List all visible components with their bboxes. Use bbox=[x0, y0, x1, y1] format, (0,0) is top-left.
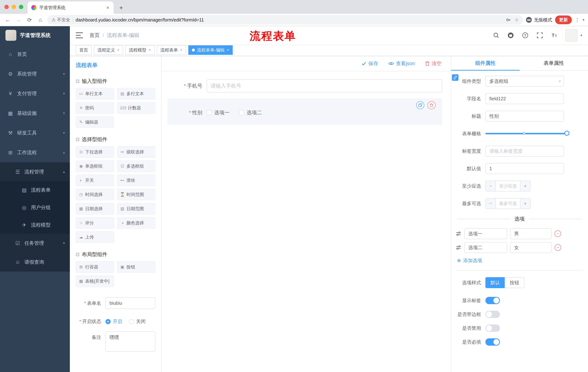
chip-slider[interactable]: ⊷滑块 bbox=[117, 175, 155, 186]
chip-counter[interactable]: 123计数器 bbox=[117, 102, 155, 114]
disabled-toggle[interactable] bbox=[485, 325, 500, 332]
link-icon[interactable] bbox=[452, 74, 459, 81]
tab-form-props[interactable]: 表单属性 bbox=[520, 56, 588, 70]
tag-process-form-edit[interactable]: 流程表单-编辑 × bbox=[188, 45, 233, 55]
chevron-down-icon[interactable]: ▾ bbox=[583, 18, 584, 22]
plus-button[interactable]: + bbox=[520, 198, 530, 209]
close-icon[interactable]: × bbox=[149, 48, 151, 53]
style-default-button[interactable]: 默认 bbox=[485, 277, 505, 288]
tag-home[interactable]: 首页 bbox=[76, 45, 92, 55]
slider-track[interactable] bbox=[485, 133, 567, 134]
sidebar-item-process-form[interactable]: ▤ 流程表单 bbox=[0, 181, 70, 199]
chip-date-picker[interactable]: ▦日期选择 bbox=[76, 203, 114, 214]
phone-input[interactable] bbox=[207, 79, 442, 93]
form-remark-textarea[interactable]: 嘿嘿 bbox=[105, 331, 155, 352]
minus-button[interactable]: − bbox=[486, 198, 496, 209]
default-value-input[interactable] bbox=[485, 163, 564, 174]
add-option-button[interactable]: ⊕ 添加选项 bbox=[457, 257, 584, 264]
github-icon[interactable] bbox=[507, 32, 514, 39]
chevron-down-icon[interactable]: ▾ bbox=[580, 33, 582, 37]
delete-component-button[interactable] bbox=[428, 101, 436, 109]
chip-time-range[interactable]: ⌛时间范围 bbox=[117, 189, 155, 200]
sidebar-item-home[interactable]: ⌂ 首页 bbox=[0, 44, 70, 64]
field-phone[interactable]: 手机号 bbox=[167, 79, 442, 93]
font-size-icon[interactable]: TT bbox=[551, 32, 558, 39]
remove-option-button[interactable]: − bbox=[555, 244, 561, 251]
title-input[interactable] bbox=[485, 111, 564, 122]
option-label-input[interactable] bbox=[464, 242, 507, 253]
key-icon[interactable] bbox=[506, 17, 511, 22]
sidebar-item-user-group[interactable]: ◎ 用户分组 bbox=[0, 199, 70, 216]
copy-component-button[interactable] bbox=[416, 101, 424, 109]
close-icon[interactable]: × bbox=[227, 48, 229, 53]
status-on-radio[interactable]: 开启 bbox=[105, 318, 122, 325]
security-warning[interactable]: ⚠ 不安全 bbox=[52, 17, 70, 23]
breadcrumb-home[interactable]: 首页 bbox=[90, 32, 100, 39]
required-toggle[interactable] bbox=[485, 338, 500, 346]
minimize-window-button[interactable] bbox=[12, 5, 16, 9]
back-icon[interactable]: ← bbox=[4, 16, 12, 24]
plus-button[interactable]: + bbox=[520, 181, 530, 191]
chip-radio-group[interactable]: ◉单选框组 bbox=[76, 160, 114, 172]
sidebar-item-process-management[interactable]: ☰ 流程管理 ▴ bbox=[0, 162, 70, 181]
sidebar-item-workflow[interactable]: ⊞ 工作流程 ▴ bbox=[0, 143, 70, 162]
reload-icon[interactable]: ⟳ bbox=[25, 16, 33, 24]
tag-process-definition[interactable]: 流程定义 × bbox=[94, 45, 123, 55]
chip-table-dev[interactable]: ▩表格[开发中] bbox=[76, 275, 114, 287]
chip-color-picker[interactable]: ◑颜色选择 bbox=[117, 217, 155, 229]
browser-tab[interactable]: 芋道管理系统 × bbox=[28, 1, 114, 14]
chip-select[interactable]: ⊙下拉选择 bbox=[76, 146, 114, 158]
style-button-button[interactable]: 按钮 bbox=[505, 277, 524, 288]
gender-option1-checkbox[interactable]: 选项一 bbox=[207, 109, 230, 116]
browser-update-button[interactable]: 更新 bbox=[555, 15, 572, 24]
chip-switch[interactable]: ◐开关 bbox=[76, 175, 114, 186]
forward-icon[interactable]: → bbox=[15, 16, 22, 24]
sidebar-item-system[interactable]: ⚙ 系统管理 ▾ bbox=[0, 64, 70, 84]
hamburger-icon[interactable] bbox=[76, 32, 83, 38]
maximize-window-button[interactable] bbox=[19, 5, 23, 9]
component-type-select[interactable]: ▾ bbox=[485, 76, 564, 87]
chip-password[interactable]: ✳密码 bbox=[76, 102, 114, 114]
gender-option2-checkbox[interactable]: 选项二 bbox=[239, 109, 262, 116]
tag-process-model[interactable]: 流程模型 × bbox=[125, 45, 155, 55]
help-icon[interactable]: ? bbox=[522, 32, 529, 39]
grid-slider[interactable] bbox=[485, 128, 567, 139]
chip-single-line-text[interactable]: ▭单行文本 bbox=[76, 88, 114, 100]
remove-option-button[interactable]: − bbox=[555, 230, 561, 237]
sidebar-item-task-management[interactable]: ☑ 任务管理 ▾ bbox=[0, 234, 70, 253]
chip-time-picker[interactable]: ◷时间选择 bbox=[76, 189, 114, 200]
sidebar-item-devtools[interactable]: ⚒ 研发工具 ▾ bbox=[0, 123, 70, 143]
save-button[interactable]: 保存 bbox=[361, 60, 378, 67]
tag-process-form[interactable]: 流程表单 × bbox=[157, 45, 186, 55]
max-select-input[interactable] bbox=[496, 198, 520, 209]
sidebar-item-leave-query[interactable]: ☺ 请假查询 bbox=[0, 253, 70, 272]
chip-row-container[interactable]: ⊞行容器 bbox=[76, 261, 114, 273]
border-toggle[interactable] bbox=[485, 311, 500, 318]
min-select-input[interactable] bbox=[496, 181, 520, 191]
chip-upload[interactable]: ☁上传 bbox=[76, 231, 114, 243]
avatar[interactable] bbox=[565, 29, 578, 42]
minus-button[interactable]: − bbox=[486, 181, 496, 191]
address-bar[interactable]: ⚠ 不安全 dashboard.yudao.iocoder.cn/bpm/man… bbox=[47, 15, 523, 25]
label-width-input[interactable] bbox=[485, 146, 564, 157]
close-tab-icon[interactable]: × bbox=[106, 5, 110, 11]
option-value-input[interactable] bbox=[510, 242, 552, 253]
chip-button[interactable]: ▣按钮 bbox=[117, 261, 155, 273]
tab-component-props[interactable]: 组件属性 bbox=[451, 56, 520, 70]
slider-handle[interactable] bbox=[564, 131, 569, 136]
sidebar-item-process-model[interactable]: ✈ 流程模型 bbox=[0, 216, 70, 234]
status-off-radio[interactable]: 关闭 bbox=[129, 318, 146, 325]
show-label-toggle[interactable] bbox=[485, 297, 500, 304]
drag-handle-icon[interactable] bbox=[456, 231, 461, 237]
chip-date-range[interactable]: ▧日期范围 bbox=[117, 203, 155, 214]
close-window-button[interactable] bbox=[4, 5, 9, 9]
new-tab-button[interactable]: + bbox=[116, 3, 126, 12]
close-icon[interactable]: × bbox=[117, 48, 119, 53]
clear-button[interactable]: 清空 bbox=[425, 60, 441, 67]
chip-multi-line-text[interactable]: ▤多行文本 bbox=[117, 88, 155, 100]
search-icon[interactable] bbox=[493, 32, 500, 39]
field-name-input[interactable] bbox=[485, 93, 564, 104]
bookmark-star-icon[interactable]: ☆ bbox=[515, 17, 519, 22]
view-json-button[interactable]: 查看json bbox=[388, 60, 415, 67]
option-value-input[interactable] bbox=[510, 228, 552, 239]
